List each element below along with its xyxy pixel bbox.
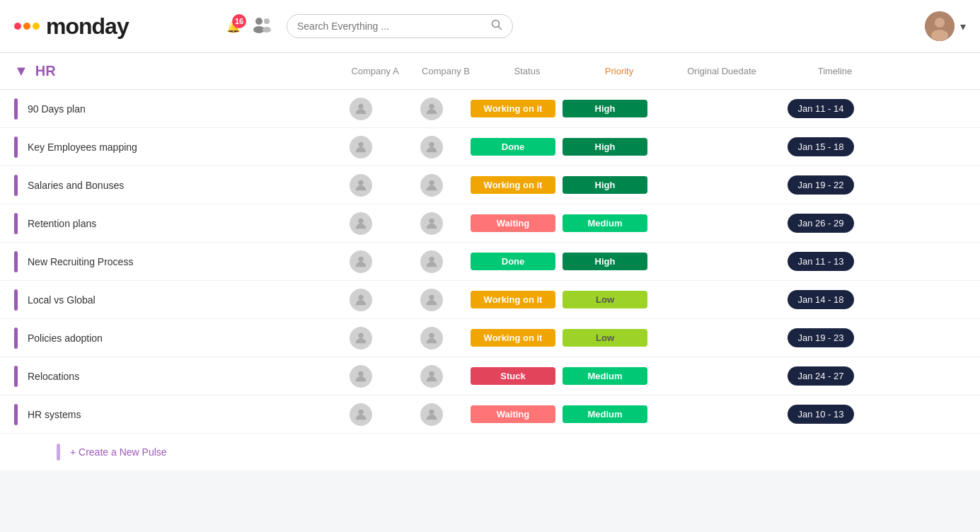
timeline-pill: Jan 10 - 13 — [788, 405, 853, 424]
cell-priority[interactable]: Medium — [559, 405, 651, 423]
timeline-pill: Jan 11 - 13 — [788, 252, 853, 271]
col-header-duedate: Original Duedate — [665, 66, 778, 76]
cell-timeline[interactable]: Jan 11 - 13 — [764, 252, 877, 271]
cell-timeline[interactable]: Jan 11 - 14 — [764, 99, 877, 118]
priority-badge: Medium — [563, 367, 647, 385]
table-row[interactable]: Salaries and Bonuses Working on it High … — [0, 166, 980, 204]
svg-point-21 — [358, 332, 363, 337]
cell-status[interactable]: Waiting — [467, 405, 559, 423]
cell-priority[interactable]: Medium — [559, 367, 651, 385]
cell-status[interactable]: Working on it — [467, 329, 559, 347]
table-row[interactable]: Relocations Stuck Medium Jan 24 - 27 — [0, 357, 980, 395]
status-badge: Done — [471, 138, 555, 156]
company-b-avatar — [420, 403, 443, 426]
svg-point-25 — [358, 409, 363, 414]
cell-status[interactable]: Done — [467, 253, 559, 270]
cell-company-b[interactable] — [396, 212, 467, 235]
row-stripe — [14, 175, 18, 196]
cell-company-b[interactable] — [396, 365, 467, 388]
user-dropdown-arrow[interactable]: ▾ — [960, 20, 966, 33]
table-row[interactable]: Retention plans Waiting Medium Jan 26 - … — [0, 204, 980, 243]
people-icon[interactable] — [251, 16, 272, 37]
cell-timeline[interactable]: Jan 14 - 18 — [764, 290, 877, 309]
row-cols: Waiting Medium Jan 10 - 13 — [325, 403, 980, 426]
cell-company-a[interactable] — [325, 212, 396, 235]
cell-status[interactable]: Done — [467, 138, 559, 156]
logo-dot-yellow — [33, 23, 40, 30]
table-row[interactable]: Policies adoption Working on it Low Jan … — [0, 319, 980, 357]
cell-company-b[interactable] — [396, 98, 467, 120]
company-a-avatar — [350, 250, 372, 273]
row-cols: Stuck Medium Jan 24 - 27 — [325, 365, 980, 388]
cell-company-b[interactable] — [396, 136, 467, 158]
row-task-name: Retention plans — [28, 218, 96, 229]
column-headers: Company A Company B Status Priority Orig… — [340, 66, 966, 76]
cell-company-a[interactable] — [325, 289, 396, 311]
cell-timeline[interactable]: Jan 19 - 23 — [764, 328, 877, 347]
table-row[interactable]: 90 Days plan Working on it High Jan 11 -… — [0, 90, 980, 128]
cell-company-b[interactable] — [396, 327, 467, 349]
cell-priority[interactable]: Low — [559, 329, 651, 347]
row-stripe — [14, 213, 18, 234]
company-a-avatar — [350, 365, 372, 388]
cell-priority[interactable]: High — [559, 138, 651, 156]
cell-timeline[interactable]: Jan 15 - 18 — [764, 137, 877, 156]
priority-badge: High — [563, 176, 647, 194]
cell-company-a[interactable] — [325, 174, 396, 197]
cell-company-a[interactable] — [325, 327, 396, 349]
cell-status[interactable]: Working on it — [467, 100, 559, 117]
company-b-avatar — [420, 250, 443, 273]
cell-company-b[interactable] — [396, 289, 467, 311]
table-body: 90 Days plan Working on it High Jan 11 -… — [0, 90, 980, 434]
cell-priority[interactable]: Medium — [559, 214, 651, 232]
timeline-pill: Jan 14 - 18 — [788, 290, 853, 309]
cell-timeline[interactable]: Jan 10 - 13 — [764, 405, 877, 424]
timeline-pill: Jan 26 - 29 — [788, 214, 853, 233]
row-task-name: Policies adoption — [28, 332, 103, 344]
search-bar[interactable] — [287, 14, 513, 38]
cell-priority[interactable]: High — [559, 176, 651, 194]
svg-point-16 — [429, 218, 434, 223]
row-left: Relocations — [0, 366, 325, 387]
cell-priority[interactable]: Low — [559, 291, 651, 308]
header: monday 🔔 16 — [0, 0, 980, 53]
svg-point-15 — [358, 218, 363, 223]
status-badge: Working on it — [471, 100, 555, 117]
cell-company-b[interactable] — [396, 174, 467, 197]
cell-status[interactable]: Working on it — [467, 291, 559, 308]
cell-status[interactable]: Waiting — [467, 214, 559, 232]
col-header-priority: Priority — [573, 66, 665, 76]
cell-priority[interactable]: High — [559, 253, 651, 270]
company-b-avatar — [420, 136, 443, 158]
cell-timeline[interactable]: Jan 24 - 27 — [764, 366, 877, 386]
cell-company-a[interactable] — [325, 98, 396, 120]
table-row[interactable]: Local vs Global Working on it Low Jan 14… — [0, 281, 980, 319]
cell-timeline[interactable]: Jan 26 - 29 — [764, 214, 877, 233]
cell-timeline[interactable]: Jan 19 - 22 — [764, 175, 877, 195]
table-row[interactable]: HR systems Waiting Medium Jan 10 - 13 — [0, 395, 980, 434]
notification-bell[interactable]: 🔔 16 — [226, 20, 241, 33]
table-row[interactable]: New Recruiting Process Done High Jan 11 … — [0, 243, 980, 281]
cell-company-a[interactable] — [325, 136, 396, 158]
row-cols: Working on it Low Jan 14 - 18 — [325, 289, 980, 311]
svg-point-24 — [429, 371, 434, 376]
cell-priority[interactable]: High — [559, 100, 651, 117]
table-row[interactable]: Key Employees mapping Done High Jan 15 -… — [0, 128, 980, 166]
avatar[interactable] — [925, 11, 955, 41]
status-badge: Working on it — [471, 329, 555, 347]
cell-company-a[interactable] — [325, 403, 396, 426]
cell-company-b[interactable] — [396, 250, 467, 273]
cell-company-a[interactable] — [325, 250, 396, 273]
row-left: New Recruiting Process — [0, 251, 325, 272]
board-title: HR — [35, 63, 56, 79]
create-pulse-button[interactable]: + Create a New Pulse — [70, 446, 167, 458]
priority-badge: Medium — [563, 405, 647, 423]
row-stripe — [14, 251, 18, 272]
search-input[interactable] — [297, 21, 485, 32]
cell-status[interactable]: Working on it — [467, 176, 559, 194]
priority-badge: High — [563, 100, 647, 117]
cell-company-b[interactable] — [396, 403, 467, 426]
company-a-avatar — [350, 212, 372, 235]
cell-company-a[interactable] — [325, 365, 396, 388]
cell-status[interactable]: Stuck — [467, 367, 559, 385]
